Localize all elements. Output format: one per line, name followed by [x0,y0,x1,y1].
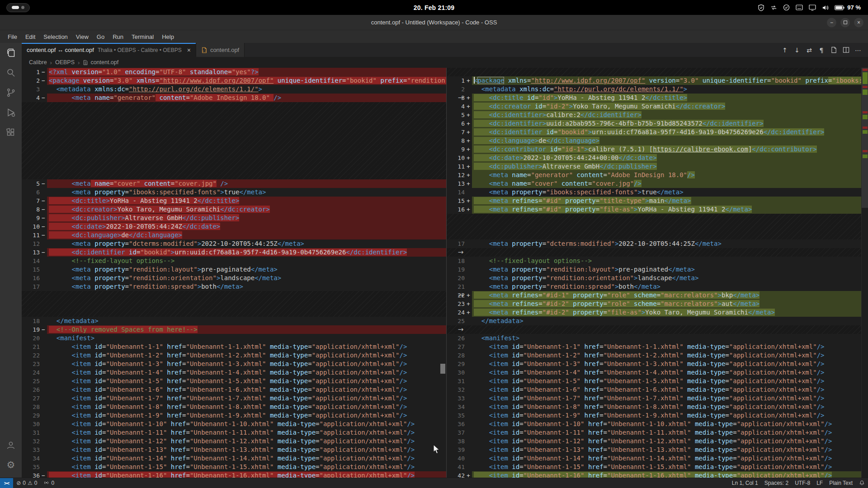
workspace-indicator[interactable] [6,3,30,12]
code-line[interactable]: 10− <dc:date>2022-10-20T05:44:24Z</dc:da… [22,222,446,231]
code-line[interactable]: 11− <dc:language>de</dc:language> [22,231,446,239]
extensions-icon[interactable] [0,122,22,142]
code-line[interactable]: 22 <item id="Unbenannt-1-2" href="Unbena… [22,351,446,360]
code-line[interactable]: 33 <item id="Unbenannt-1-13" href="Unben… [22,446,446,454]
menu-view[interactable]: View [72,32,93,42]
menu-help[interactable]: Help [158,32,178,42]
code-line[interactable]: 14 <!--fixed-layout options--> [22,257,446,265]
remote-indicator[interactable]: >< [0,478,13,488]
ignore-whitespace-icon[interactable]: ¶ [816,45,827,56]
code-line[interactable]: 29 <item id="Unbenannt-1-9" href="Unbena… [22,411,446,420]
code-line[interactable]: 27 <item id="Unbenannt-1-1" href="Unbena… [447,343,868,351]
run-debug-icon[interactable] [0,103,22,122]
maximize-button[interactable] [840,18,850,27]
code-line[interactable]: 6+ <dc:identifier>uuid:a2bab955-796c-4bf… [447,119,868,128]
open-file-icon[interactable] [828,45,839,56]
breadcrumb-calibre[interactable]: Calibre [29,59,47,66]
code-line[interactable]: 19 <meta property="rendition:layout">pre… [447,265,868,274]
tab-diff-content-opf[interactable]: content.opf ↔ content.opf Thalia • OEBPS… [22,43,196,57]
code-line[interactable]: 29 <item id="Unbenannt-1-3" href="Unbena… [447,360,868,368]
code-line[interactable]: 13+ <meta name="cover" content="cover.jp… [447,179,868,188]
menu-terminal[interactable]: Terminal [127,32,158,42]
code-line[interactable]: 33 <item id="Unbenannt-1-7" href="Unbena… [447,394,868,403]
code-line[interactable]: 18 <!--fixed-layout options--> [447,257,868,265]
encoding-status[interactable]: UTF-8 [792,478,813,488]
code-line[interactable]: 26 <manifest> [447,334,868,343]
code-line[interactable]: 31 <item id="Unbenannt-1-5" href="Unbena… [447,377,868,385]
close-button[interactable]: × [854,18,863,27]
code-line[interactable]: 9+ <dc:contributor id="id-1">calibre (7.… [447,145,868,154]
next-change-icon[interactable]: ↓ [792,45,802,56]
tab-content-opf[interactable]: content.opf [196,43,245,57]
code-line[interactable]: 7+ <dc:identifier id="bookid">urn:uuid:c… [447,128,868,136]
modified-editor[interactable]: 1+<package xmlns="http://www.idpf.org/20… [446,68,868,478]
menu-go[interactable]: Go [93,32,108,42]
code-line[interactable]: 17 <meta property="dcterms:modified">202… [447,239,868,248]
code-line[interactable]: 25 <item id="Unbenannt-1-5" href="Unbena… [22,377,446,385]
code-line[interactable]: 21 <meta property="rendition:spread">bot… [447,282,868,291]
menu-run[interactable]: Run [108,32,127,42]
code-line[interactable]: 39 <item id="Unbenannt-1-13" href="Unben… [447,446,868,454]
original-editor[interactable]: 1−<?xml version="1.0" encoding="UTF-8" s… [22,68,446,478]
code-line[interactable]: 18 </metadata> [22,317,446,325]
code-line[interactable]: 26 <item id="Unbenannt-1-6" href="Unbena… [22,385,446,394]
explorer-icon[interactable] [0,43,22,63]
overview-ruler[interactable] [861,68,868,478]
code-line[interactable]: 28 <item id="Unbenannt-1-8" href="Unbena… [22,403,446,411]
code-line[interactable]: 1+<package xmlns="http://www.idpf.org/20… [447,76,868,85]
code-line[interactable]: 37 <item id="Unbenannt-1-11" href="Unben… [447,428,868,437]
code-line[interactable]: 34 <item id="Unbenannt-1-8" href="Unbena… [447,403,868,411]
code-line[interactable]: 40 <item id="Unbenannt-1-14" href="Unben… [447,454,868,463]
code-line[interactable]: 15+ <meta refines="#id" property="title-… [447,197,868,205]
split-editor-icon[interactable] [840,45,851,56]
code-line[interactable]: 8− <dc:creator>Yoko Taro, Megumu Soramic… [22,205,446,214]
code-line[interactable]: 3 <metadata xmlns:dc="http://purl.org/dc… [22,85,446,94]
code-line[interactable]: 6 <meta property="ibooks:specified-fonts… [22,188,446,197]
code-line[interactable]: 9− <dc:publisher>Altraverse GmbH</dc:pub… [22,214,446,222]
code-line[interactable]: 32 <item id="Unbenannt-1-12" href="Unben… [22,437,446,446]
code-line[interactable]: 19− <!--Only removed Spaces from here!--… [22,325,446,334]
code-line[interactable]: 24+ <meta refines="#id-2" property="file… [447,308,868,317]
indentation-status[interactable]: Spaces: 2 [761,478,792,488]
code-line[interactable]: 12+ <meta name="generator" content="Adob… [447,171,868,179]
code-line[interactable]: 14 <meta property="ibooks:specified-font… [447,188,868,197]
account-icon[interactable] [0,435,22,455]
code-line[interactable]: 28 <item id="Unbenannt-1-2" href="Unbena… [447,351,868,360]
code-line[interactable]: 20 <manifest> [22,334,446,343]
cursor-position[interactable]: Ln 1, Col 1 [729,478,761,488]
code-line[interactable]: 15 <meta property="rendition:layout">pre… [22,265,446,274]
code-line[interactable]: 1−<?xml version="1.0" encoding="UTF-8" s… [22,68,446,76]
window-titlebar[interactable]: content.opf - Untitled (Workspace) - Cod… [0,15,868,30]
search-icon[interactable] [0,63,22,83]
code-line[interactable]: 12 <meta property="dcterms:modified">202… [22,239,446,248]
minimize-button[interactable]: − [827,18,836,27]
ports-status[interactable]: 0 [40,478,57,488]
menu-edit[interactable]: Edit [21,32,39,42]
code-line[interactable]: 23 <item id="Unbenannt-1-3" href="Unbena… [22,360,446,368]
code-line[interactable]: 13− <dc:identifier id="bookid">urn:uuid:… [22,248,446,257]
scrollbar-thumb[interactable] [862,68,868,208]
code-line[interactable]: 35 <item id="Unbenannt-1-15" href="Unben… [22,463,446,471]
code-line[interactable]: 24 <item id="Unbenannt-1-4" href="Unbena… [22,368,446,377]
settings-gear-icon[interactable]: ⚙ [0,455,22,475]
code-line[interactable]: 35 <item id="Unbenannt-1-9" href="Unbena… [447,411,868,420]
source-control-icon[interactable] [0,83,22,103]
code-line[interactable]: 34 <item id="Unbenannt-1-14" href="Unben… [22,454,446,463]
close-tab-icon[interactable]: × [187,47,191,54]
left-scrollbar-thumb[interactable] [440,364,445,374]
code-line[interactable]: 30 <item id="Unbenannt-1-10" href="Unben… [22,420,446,428]
eol-status[interactable]: LF [813,478,826,488]
code-line[interactable]: 42+ <item id="Unbenannt-1-16" href="Unbe… [447,471,868,478]
code-line[interactable]: 4+ <dc:creator id="id-2">Yoko Taro, Megu… [447,102,868,111]
code-line[interactable]: 41 <item id="Unbenannt-1-15" href="Unben… [447,463,868,471]
code-line[interactable]: 20 <meta property="rendition:orientation… [447,274,868,282]
previous-change-icon[interactable]: ↑ [779,45,790,56]
code-line[interactable]: 8+ <dc:language>de</dc:language> [447,136,868,145]
code-line[interactable]: 21 <item id="Unbenannt-1-1" href="Unbena… [22,343,446,351]
problems-status[interactable]: ⊘ 0 ⚠ 0 [13,478,40,488]
code-line[interactable]: 5− <meta name="cover" content="cover.jpg… [22,179,446,188]
language-mode[interactable]: Plain Text [826,478,856,488]
code-line[interactable]: 16 <meta property="rendition:orientation… [22,274,446,282]
code-line[interactable]: 11+ <dc:publisher>Altraverse GmbH</dc:pu… [447,162,868,171]
code-line[interactable]: 10+ <dc:date>2022-10-20T05:44:24+00:00</… [447,154,868,162]
